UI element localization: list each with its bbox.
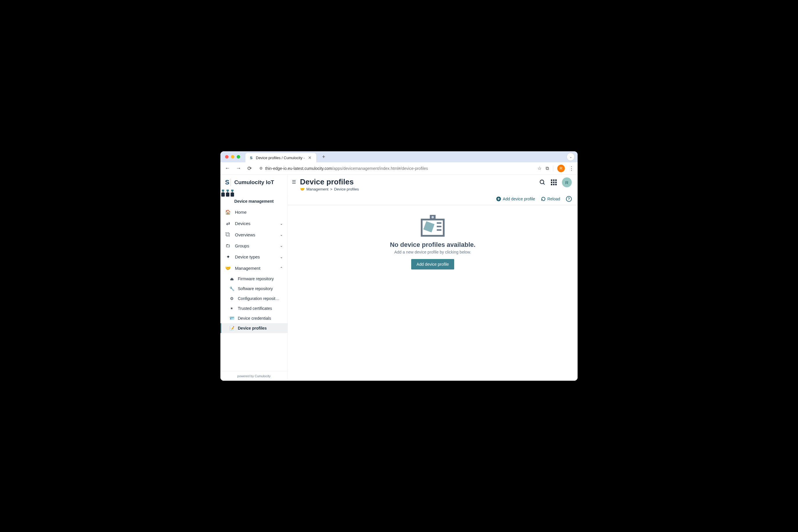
sidebar-item-management[interactable]: 🤝 Management ⌃ (221, 263, 287, 274)
svg-point-9 (540, 180, 544, 184)
device-types-icon: ✦ (225, 254, 231, 260)
sidebar-item-groups[interactable]: 🗀 Groups ⌄ (221, 240, 287, 251)
url-input[interactable]: ⚙ thin-edge-io.eu-latest.cumulocity.com/… (257, 166, 533, 171)
add-device-profile-button[interactable]: Add device profile (411, 259, 454, 269)
address-bar: ← → ⟳ ⚙ thin-edge-io.eu-latest.cumulocit… (221, 162, 577, 174)
sidebar-item-overviews[interactable]: ⿻ Overviews ⌄ (221, 229, 287, 240)
brand-name: Cumulocity IoT (234, 179, 274, 186)
forward-button[interactable]: → (235, 165, 242, 172)
back-button[interactable]: ← (224, 165, 231, 172)
sidebar-item-label: Overviews (235, 232, 255, 237)
sidebar-sub-software-repository[interactable]: 🔧 Software repository (221, 284, 287, 293)
sidebar-item-label: Devices (235, 221, 250, 226)
traffic-lights (223, 155, 242, 158)
tab-close-icon[interactable]: ✕ (307, 155, 313, 160)
header: ☰ Device profiles 🤝 Management > Device … (288, 174, 577, 194)
breadcrumb-parent[interactable]: Management (306, 187, 328, 191)
svg-rect-2 (231, 190, 233, 191)
sidebar-sub-configuration-repository[interactable]: ⚙ Configuration reposito… (221, 293, 287, 303)
app-shell: S Cumulocity IoT Device management 🏠 Hom… (221, 174, 577, 381)
user-avatar[interactable]: R (562, 177, 572, 187)
svg-rect-5 (231, 192, 234, 196)
window-close-icon[interactable] (225, 155, 229, 158)
sidebar-sub-device-profiles[interactable]: 📝 Device profiles (221, 323, 287, 333)
brand-logo-icon: S (224, 178, 231, 186)
svg-rect-15 (553, 182, 555, 183)
bookmark-icon[interactable]: ☆ (537, 166, 542, 171)
sidebar-sub-label: Firmware repository (238, 277, 274, 281)
handshake-icon: 🤝 (300, 187, 305, 191)
svg-rect-14 (551, 182, 552, 183)
header-actions: R (539, 177, 572, 187)
svg-line-10 (543, 183, 545, 185)
breadcrumb: 🤝 Management > Device profiles (300, 187, 535, 191)
svg-rect-19 (555, 184, 557, 185)
sidebar-sub-label: Trusted certificates (238, 306, 272, 311)
app-branding: Device management (221, 188, 287, 207)
toolbar: Add device profile Reload ? (288, 194, 577, 205)
firmware-icon: ⏏ (229, 277, 234, 281)
sidebar-item-label: Groups (235, 243, 249, 248)
sidebar-sub-device-credentials[interactable]: 🪪 Device credentials (221, 314, 287, 323)
reload-icon (541, 196, 546, 201)
sidebar-sub-label: Software repository (238, 286, 273, 291)
sidebar-sub-label: Device credentials (238, 316, 271, 321)
toolbar-link-label: Reload (547, 196, 560, 201)
app-name: Device management (221, 199, 287, 204)
apps-grid-icon[interactable] (551, 179, 557, 185)
site-settings-icon[interactable]: ⚙ (259, 166, 263, 170)
sidebar-item-device-types[interactable]: ✦ Device types ⌄ (221, 251, 287, 263)
sidebar-sub-firmware-repository[interactable]: ⏏ Firmware repository (221, 274, 287, 284)
browser-profile-avatar[interactable]: R (557, 165, 565, 172)
search-icon[interactable] (539, 179, 546, 186)
svg-rect-24 (423, 221, 434, 232)
chevron-down-icon: ⌄ (280, 233, 283, 237)
sidebar-sub-label: Configuration reposito… (238, 296, 281, 301)
window-minimize-icon[interactable] (231, 155, 234, 158)
sidebar-item-devices[interactable]: ⇄ Devices ⌄ (221, 218, 287, 229)
page-title: Device profiles (300, 177, 535, 186)
list-icon[interactable]: ☰ (292, 177, 296, 185)
sidebar: S Cumulocity IoT Device management 🏠 Hom… (221, 174, 288, 381)
credentials-icon: 🪪 (229, 316, 234, 321)
svg-rect-0 (222, 190, 224, 191)
toolbar-link-label: Add device profile (503, 196, 535, 201)
window-zoom-icon[interactable] (237, 155, 240, 158)
tabs-dropdown-icon[interactable]: ⌄ (567, 153, 575, 161)
svg-rect-16 (555, 182, 557, 183)
brand: S Cumulocity IoT (221, 174, 287, 188)
reload-button[interactable]: ⟳ (246, 165, 253, 172)
sidebar-item-label: Device types (235, 254, 260, 259)
sidebar-item-label: Management (235, 266, 261, 271)
home-icon: 🏠 (225, 209, 231, 215)
sidebar-item-home[interactable]: 🏠 Home (221, 207, 287, 218)
tab-bar: S Device profiles / Cumulocity - ✕ + ⌄ (221, 151, 577, 162)
add-device-profile-link[interactable]: Add device profile (496, 196, 535, 201)
reload-link[interactable]: Reload (541, 196, 560, 201)
empty-title: No device profiles available. (390, 241, 476, 249)
sidebar-sub-label: Device profiles (238, 326, 267, 330)
browser-menu-icon[interactable]: ⋮ (569, 165, 574, 172)
url-host: thin-edge-io.eu-latest.cumulocity.com (265, 166, 332, 171)
new-tab-button[interactable]: + (320, 154, 327, 160)
management-icon: 🤝 (225, 265, 231, 271)
overviews-icon: ⿻ (225, 232, 231, 237)
help-icon[interactable]: ? (566, 196, 572, 202)
browser-chrome: S Device profiles / Cumulocity - ✕ + ⌄ ←… (221, 151, 577, 174)
sidebar-sub-trusted-certificates[interactable]: ✴ Trusted certificates (221, 303, 287, 314)
browser-window: S Device profiles / Cumulocity - ✕ + ⌄ ←… (221, 151, 577, 381)
plus-circle-icon (496, 196, 501, 201)
chevron-down-icon: ⌄ (280, 255, 283, 259)
sidebar-footer: powered by Cumulocity (221, 371, 287, 381)
device-profiles-icon: 📝 (229, 326, 234, 330)
main-content: ☰ Device profiles 🤝 Management > Device … (288, 174, 577, 381)
svg-rect-17 (551, 184, 552, 185)
extensions-icon[interactable]: ⧉ (546, 166, 549, 171)
svg-rect-4 (226, 192, 229, 196)
software-icon: 🔧 (229, 286, 234, 291)
empty-state: No device profiles available. Add a new … (288, 205, 577, 381)
browser-tab[interactable]: S Device profiles / Cumulocity - ✕ (245, 153, 316, 162)
svg-point-23 (432, 216, 434, 218)
certificate-icon: ✴ (229, 306, 234, 311)
tab-title: Device profiles / Cumulocity - (256, 156, 305, 160)
